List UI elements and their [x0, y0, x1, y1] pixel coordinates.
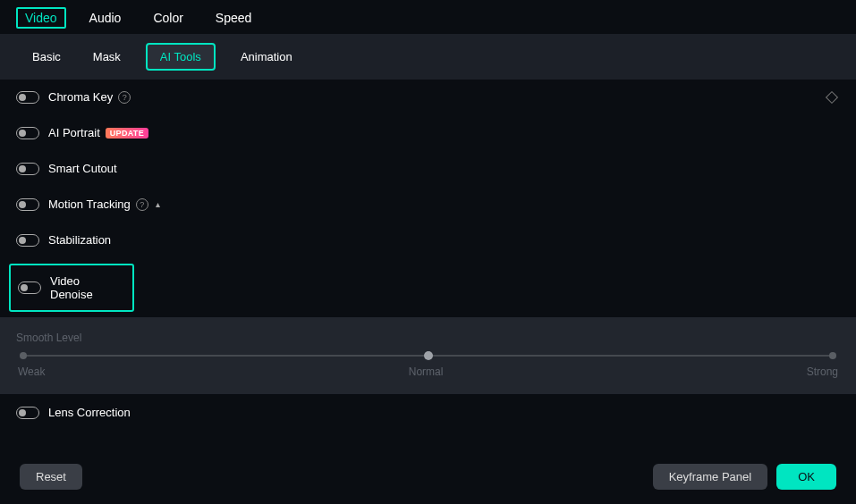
- keyframe-panel-button[interactable]: Keyframe Panel: [653, 464, 768, 490]
- help-icon[interactable]: ?: [118, 91, 131, 104]
- reset-button[interactable]: Reset: [20, 464, 82, 490]
- update-badge: UPDATE: [106, 128, 148, 139]
- tab-speed[interactable]: Speed: [216, 11, 251, 25]
- row-motion-tracking: Motion Tracking ? ▴: [0, 187, 856, 223]
- subtab-ai-tools[interactable]: AI Tools: [146, 43, 216, 71]
- label-motion-tracking: Motion Tracking: [48, 197, 131, 211]
- main-tabs: Video Audio Color Speed: [0, 0, 856, 34]
- row-stabilization: Stabilization: [0, 223, 856, 258]
- toggle-smart-cutout[interactable]: [16, 163, 39, 175]
- ok-button[interactable]: OK: [776, 464, 836, 490]
- slider-tick-labels: Weak Normal Strong: [0, 357, 856, 394]
- ai-tools-content: Chroma Key ? AI Portrait UPDATE Smart Cu…: [0, 80, 856, 484]
- toggle-chroma-key[interactable]: [16, 91, 39, 104]
- label-chroma-key: Chroma Key: [48, 90, 113, 104]
- row-chroma-key: Chroma Key ?: [0, 80, 856, 115]
- label-smart-cutout: Smart Cutout: [48, 162, 117, 175]
- row-video-denoise: Video Denoise: [9, 264, 134, 312]
- row-lens-correction: Lens Correction: [0, 394, 856, 431]
- denoise-section: Smooth Level Weak Normal Strong: [0, 317, 856, 394]
- toggle-ai-portrait[interactable]: [16, 127, 39, 139]
- caret-up-icon[interactable]: ▴: [156, 199, 160, 209]
- subtab-basic[interactable]: Basic: [25, 46, 68, 67]
- row-smart-cutout: Smart Cutout: [0, 151, 856, 187]
- slider-label-strong: Strong: [807, 365, 838, 378]
- label-ai-portrait: AI Portrait: [48, 126, 100, 139]
- footer: Reset Keyframe Panel OK: [0, 449, 856, 504]
- tab-color[interactable]: Color: [153, 11, 182, 25]
- row-ai-portrait: AI Portrait UPDATE: [0, 115, 856, 151]
- toggle-motion-tracking[interactable]: [16, 198, 39, 211]
- toggle-stabilization[interactable]: [16, 234, 39, 247]
- sub-tabs: Basic Mask AI Tools Animation: [0, 34, 856, 80]
- smooth-level-label: Smooth Level: [0, 317, 856, 348]
- label-video-denoise: Video Denoise: [50, 274, 125, 301]
- slider-thumb[interactable]: [424, 351, 433, 360]
- tab-video[interactable]: Video: [25, 11, 57, 25]
- subtab-mask[interactable]: Mask: [86, 46, 128, 67]
- subtab-animation[interactable]: Animation: [233, 46, 300, 67]
- slider-label-normal: Normal: [409, 365, 444, 378]
- smooth-slider[interactable]: [0, 348, 856, 357]
- slider-label-weak: Weak: [18, 365, 45, 378]
- label-lens-correction: Lens Correction: [48, 406, 131, 419]
- tab-audio[interactable]: Audio: [89, 11, 122, 25]
- toggle-video-denoise[interactable]: [18, 281, 41, 294]
- help-icon[interactable]: ?: [136, 198, 148, 211]
- toggle-lens-correction[interactable]: [16, 407, 39, 419]
- keyframe-diamond-icon[interactable]: [826, 90, 838, 103]
- label-stabilization: Stabilization: [48, 233, 111, 247]
